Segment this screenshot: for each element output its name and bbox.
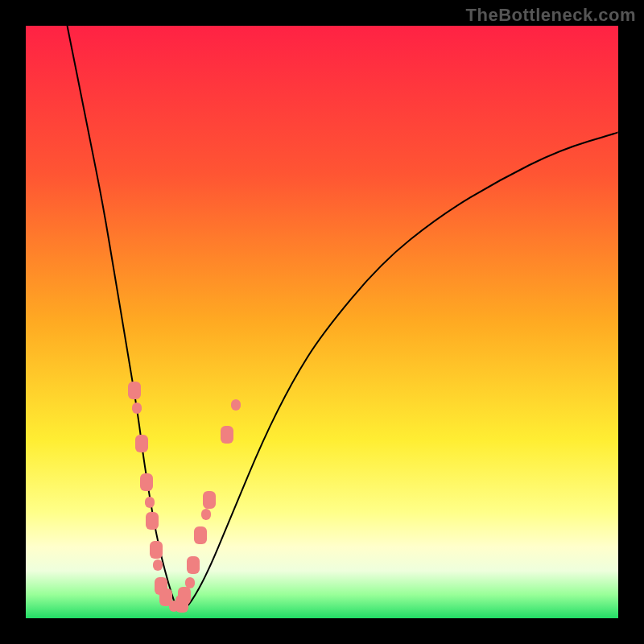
data-marker [203,491,216,509]
data-marker [185,577,195,588]
chart-frame [0,0,644,644]
data-marker [145,497,155,508]
data-marker [201,509,211,520]
data-marker [153,559,163,571]
watermark-text: TheBottleneck.com [466,5,636,26]
data-marker [132,402,142,414]
data-marker [231,399,241,411]
data-marker [194,526,207,544]
data-marker [187,556,200,574]
plot-area [26,26,618,618]
data-marker [178,587,191,605]
data-marker [146,512,159,530]
data-marker [221,426,233,444]
data-marker [140,473,153,491]
data-marker [135,435,148,452]
data-marker [150,541,163,559]
bottleneck-curve [26,26,618,618]
data-marker [128,382,141,399]
